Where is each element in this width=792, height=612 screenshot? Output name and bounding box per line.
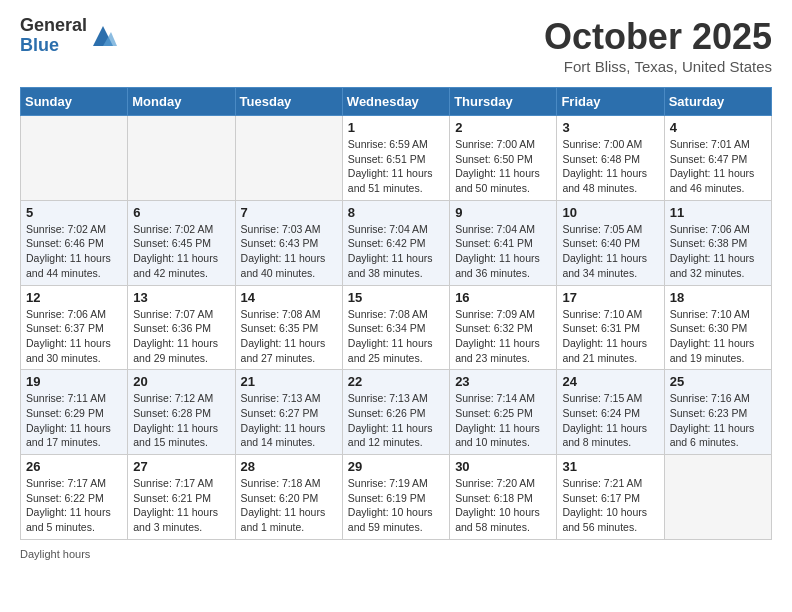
calendar-cell: 18Sunrise: 7:10 AMSunset: 6:30 PMDayligh…	[664, 285, 771, 370]
day-info: Sunrise: 7:04 AMSunset: 6:41 PMDaylight:…	[455, 222, 551, 281]
day-number: 7	[241, 205, 337, 220]
day-info: Sunrise: 7:17 AMSunset: 6:22 PMDaylight:…	[26, 476, 122, 535]
day-number: 31	[562, 459, 658, 474]
day-info: Sunrise: 7:06 AMSunset: 6:38 PMDaylight:…	[670, 222, 766, 281]
calendar-cell: 29Sunrise: 7:19 AMSunset: 6:19 PMDayligh…	[342, 455, 449, 540]
day-number: 11	[670, 205, 766, 220]
day-info: Sunrise: 7:01 AMSunset: 6:47 PMDaylight:…	[670, 137, 766, 196]
calendar-cell: 17Sunrise: 7:10 AMSunset: 6:31 PMDayligh…	[557, 285, 664, 370]
weekday-header-row: SundayMondayTuesdayWednesdayThursdayFrid…	[21, 88, 772, 116]
day-number: 15	[348, 290, 444, 305]
day-info: Sunrise: 7:00 AMSunset: 6:50 PMDaylight:…	[455, 137, 551, 196]
day-info: Sunrise: 7:20 AMSunset: 6:18 PMDaylight:…	[455, 476, 551, 535]
day-info: Sunrise: 7:05 AMSunset: 6:40 PMDaylight:…	[562, 222, 658, 281]
calendar-table: SundayMondayTuesdayWednesdayThursdayFrid…	[20, 87, 772, 540]
logo-icon	[89, 22, 117, 50]
weekday-header-cell: Tuesday	[235, 88, 342, 116]
day-number: 29	[348, 459, 444, 474]
day-info: Sunrise: 7:06 AMSunset: 6:37 PMDaylight:…	[26, 307, 122, 366]
footer: Daylight hours	[20, 548, 772, 560]
day-number: 18	[670, 290, 766, 305]
day-info: Sunrise: 7:14 AMSunset: 6:25 PMDaylight:…	[455, 391, 551, 450]
calendar-cell: 19Sunrise: 7:11 AMSunset: 6:29 PMDayligh…	[21, 370, 128, 455]
calendar-cell: 9Sunrise: 7:04 AMSunset: 6:41 PMDaylight…	[450, 200, 557, 285]
logo: General Blue	[20, 16, 117, 56]
day-info: Sunrise: 6:59 AMSunset: 6:51 PMDaylight:…	[348, 137, 444, 196]
calendar-cell: 22Sunrise: 7:13 AMSunset: 6:26 PMDayligh…	[342, 370, 449, 455]
day-number: 14	[241, 290, 337, 305]
calendar-cell: 26Sunrise: 7:17 AMSunset: 6:22 PMDayligh…	[21, 455, 128, 540]
day-number: 12	[26, 290, 122, 305]
day-info: Sunrise: 7:11 AMSunset: 6:29 PMDaylight:…	[26, 391, 122, 450]
calendar-cell: 21Sunrise: 7:13 AMSunset: 6:27 PMDayligh…	[235, 370, 342, 455]
day-info: Sunrise: 7:10 AMSunset: 6:30 PMDaylight:…	[670, 307, 766, 366]
day-number: 4	[670, 120, 766, 135]
calendar-body: 1Sunrise: 6:59 AMSunset: 6:51 PMDaylight…	[21, 116, 772, 540]
day-number: 23	[455, 374, 551, 389]
weekday-header-cell: Monday	[128, 88, 235, 116]
weekday-header-cell: Saturday	[664, 88, 771, 116]
day-number: 1	[348, 120, 444, 135]
calendar-cell: 4Sunrise: 7:01 AMSunset: 6:47 PMDaylight…	[664, 116, 771, 201]
day-info: Sunrise: 7:15 AMSunset: 6:24 PMDaylight:…	[562, 391, 658, 450]
weekday-header-cell: Sunday	[21, 88, 128, 116]
calendar-cell: 13Sunrise: 7:07 AMSunset: 6:36 PMDayligh…	[128, 285, 235, 370]
calendar-cell	[235, 116, 342, 201]
calendar-cell: 6Sunrise: 7:02 AMSunset: 6:45 PMDaylight…	[128, 200, 235, 285]
day-info: Sunrise: 7:08 AMSunset: 6:35 PMDaylight:…	[241, 307, 337, 366]
day-info: Sunrise: 7:02 AMSunset: 6:45 PMDaylight:…	[133, 222, 229, 281]
calendar-cell: 3Sunrise: 7:00 AMSunset: 6:48 PMDaylight…	[557, 116, 664, 201]
day-number: 6	[133, 205, 229, 220]
calendar-cell: 24Sunrise: 7:15 AMSunset: 6:24 PMDayligh…	[557, 370, 664, 455]
day-number: 24	[562, 374, 658, 389]
day-number: 13	[133, 290, 229, 305]
day-info: Sunrise: 7:09 AMSunset: 6:32 PMDaylight:…	[455, 307, 551, 366]
title-block: October 2025 Fort Bliss, Texas, United S…	[544, 16, 772, 75]
calendar-cell: 31Sunrise: 7:21 AMSunset: 6:17 PMDayligh…	[557, 455, 664, 540]
calendar-week-row: 1Sunrise: 6:59 AMSunset: 6:51 PMDaylight…	[21, 116, 772, 201]
day-info: Sunrise: 7:02 AMSunset: 6:46 PMDaylight:…	[26, 222, 122, 281]
day-number: 19	[26, 374, 122, 389]
day-number: 28	[241, 459, 337, 474]
day-number: 8	[348, 205, 444, 220]
calendar-cell: 27Sunrise: 7:17 AMSunset: 6:21 PMDayligh…	[128, 455, 235, 540]
calendar-cell	[664, 455, 771, 540]
calendar-cell: 30Sunrise: 7:20 AMSunset: 6:18 PMDayligh…	[450, 455, 557, 540]
calendar-cell: 12Sunrise: 7:06 AMSunset: 6:37 PMDayligh…	[21, 285, 128, 370]
calendar-cell: 23Sunrise: 7:14 AMSunset: 6:25 PMDayligh…	[450, 370, 557, 455]
calendar-week-row: 12Sunrise: 7:06 AMSunset: 6:37 PMDayligh…	[21, 285, 772, 370]
logo-general: General	[20, 15, 87, 35]
logo-blue: Blue	[20, 35, 59, 55]
day-info: Sunrise: 7:13 AMSunset: 6:27 PMDaylight:…	[241, 391, 337, 450]
calendar-cell: 1Sunrise: 6:59 AMSunset: 6:51 PMDaylight…	[342, 116, 449, 201]
day-number: 22	[348, 374, 444, 389]
day-number: 16	[455, 290, 551, 305]
calendar-cell: 25Sunrise: 7:16 AMSunset: 6:23 PMDayligh…	[664, 370, 771, 455]
day-info: Sunrise: 7:07 AMSunset: 6:36 PMDaylight:…	[133, 307, 229, 366]
calendar-cell: 15Sunrise: 7:08 AMSunset: 6:34 PMDayligh…	[342, 285, 449, 370]
calendar-cell: 8Sunrise: 7:04 AMSunset: 6:42 PMDaylight…	[342, 200, 449, 285]
weekday-header-cell: Wednesday	[342, 88, 449, 116]
calendar-cell: 5Sunrise: 7:02 AMSunset: 6:46 PMDaylight…	[21, 200, 128, 285]
calendar-cell: 16Sunrise: 7:09 AMSunset: 6:32 PMDayligh…	[450, 285, 557, 370]
day-number: 17	[562, 290, 658, 305]
calendar-week-row: 5Sunrise: 7:02 AMSunset: 6:46 PMDaylight…	[21, 200, 772, 285]
day-info: Sunrise: 7:13 AMSunset: 6:26 PMDaylight:…	[348, 391, 444, 450]
calendar-cell	[21, 116, 128, 201]
calendar-cell: 14Sunrise: 7:08 AMSunset: 6:35 PMDayligh…	[235, 285, 342, 370]
day-info: Sunrise: 7:21 AMSunset: 6:17 PMDaylight:…	[562, 476, 658, 535]
day-info: Sunrise: 7:00 AMSunset: 6:48 PMDaylight:…	[562, 137, 658, 196]
day-number: 21	[241, 374, 337, 389]
day-info: Sunrise: 7:12 AMSunset: 6:28 PMDaylight:…	[133, 391, 229, 450]
day-number: 27	[133, 459, 229, 474]
day-number: 9	[455, 205, 551, 220]
day-info: Sunrise: 7:18 AMSunset: 6:20 PMDaylight:…	[241, 476, 337, 535]
calendar-cell: 10Sunrise: 7:05 AMSunset: 6:40 PMDayligh…	[557, 200, 664, 285]
calendar-cell: 20Sunrise: 7:12 AMSunset: 6:28 PMDayligh…	[128, 370, 235, 455]
day-number: 2	[455, 120, 551, 135]
calendar-cell: 2Sunrise: 7:00 AMSunset: 6:50 PMDaylight…	[450, 116, 557, 201]
calendar-cell: 7Sunrise: 7:03 AMSunset: 6:43 PMDaylight…	[235, 200, 342, 285]
day-info: Sunrise: 7:08 AMSunset: 6:34 PMDaylight:…	[348, 307, 444, 366]
day-number: 5	[26, 205, 122, 220]
day-info: Sunrise: 7:10 AMSunset: 6:31 PMDaylight:…	[562, 307, 658, 366]
